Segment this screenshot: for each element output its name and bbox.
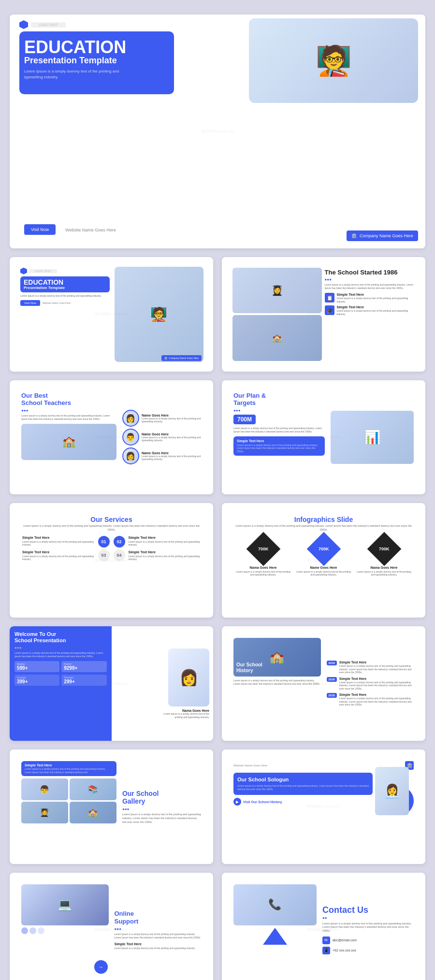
s8-stat-courses: Courses 399+ [14, 675, 59, 686]
s13-phone-row: 📱 +62 xxx.xxx.xxx [322, 947, 414, 954]
s9-item1: Simple Text Here Lorem ipsum is a simply… [339, 661, 414, 674]
s8-stats2: Courses 399+ Teachers 299+ [14, 675, 107, 686]
company-name: Company Name Goes Here [360, 233, 413, 238]
s12-desc: Lorem ipsum is a simply dummy text of th… [115, 933, 202, 939]
s4-avatar2: 👨 [122, 429, 139, 446]
slide-plan-targets: Our Plan &Targets ●●● 700M Lorem ipsum i… [222, 380, 425, 495]
s8-studies-num: 599+ [17, 665, 57, 671]
s9-photo-icon: 🏫 [270, 650, 284, 664]
s12-dots: ●●● [115, 927, 202, 931]
s8-stat-studies: Studies 599+ [14, 661, 59, 672]
s8-right: 👩 Nama Goes Here Lorem ipsum is a simply… [112, 626, 214, 741]
s9-item1-title: Simple Text Here [339, 661, 414, 664]
s9-item2-text: Lorem ipsum is a simply dummy text of th… [339, 681, 414, 691]
s12-arrow-btn[interactable]: → [94, 960, 108, 974]
s2-website: Website Name Goes Here [43, 302, 71, 304]
s13-layout: 📞 Contact Us ●● Lorem ipsum is a simply … [230, 880, 418, 980]
s13-photo: 📞 [233, 884, 317, 925]
s13-phone-icon: 📱 [322, 947, 330, 954]
s3-content: The School Started 1986 ●●● Lorem ipsum … [325, 265, 418, 364]
s12-simple-title: Simple Text Here [115, 942, 202, 946]
s4-teacher1: 👩 Name Goes Here Lorem ipsum is a simply… [122, 410, 202, 427]
slide-infographics: Infographics Slide Lorem ipsum is a simp… [222, 503, 425, 618]
s5-left: Our Plan &Targets ●●● 700M Lorem ipsum i… [230, 388, 329, 487]
s2-company: 🏛️ Company Name Goes Here [161, 355, 202, 361]
slide-slogan: Website Name Goes Here 🏛️ Our School Sol… [222, 749, 425, 864]
s5-blue-box: Simple Text Here Lorem ipsum is a simply… [233, 436, 325, 456]
s13-email-icon: ✉ [322, 937, 330, 944]
s4-t2-name: Name Goes Here [142, 432, 202, 436]
s6-num1: 01 [98, 536, 110, 548]
s7-title: Infographics Slide [234, 516, 413, 523]
s10-photo2: 📚 [70, 778, 116, 800]
s3-icon1: 📋 [325, 293, 334, 303]
slide-gallery: Simple Text Here Lorem ipsum is a simply… [10, 749, 213, 864]
s7-card1: 700K Nama Goes Here Lorem ipsum is a sim… [234, 537, 292, 576]
s4-teacher3: 👩 Name Goes Here Lorem ipsum is a simply… [122, 447, 202, 464]
s6-item3: Simple Text Here Lorem ipsum is a simply… [22, 550, 95, 561]
s4-t1-name: Name Goes Here [142, 414, 202, 417]
s8-name: Nama Goes Here [182, 709, 209, 712]
s12-simple-text: Lorem ipsum is a simply dummy text of th… [115, 947, 202, 950]
s13-left: 📞 [230, 880, 320, 980]
s6-item3-text: Lorem ipsum is a simply dummy text of th… [22, 555, 95, 561]
s2-visit-btn[interactable]: Visit Now [20, 300, 40, 306]
s9-timeline1: 2019 Simple Text Here Lorem ipsum is a s… [327, 661, 414, 674]
s10-desc: Lorem ipsum is a simply dummy text of th… [122, 813, 202, 824]
s4-avatar3: 👩 [122, 447, 139, 464]
s10-title: Our SchoolGallery [122, 790, 202, 806]
visit-button[interactable]: Visit Now [24, 224, 56, 235]
s6-item1-title: Simple Text Here [22, 536, 95, 539]
s5-desc: Lorem ipsum is a simply dummy text of th… [233, 427, 325, 433]
s3-item1-desc: Lorem ipsum is a simply dummy text of th… [337, 297, 414, 303]
s9-year1: 2019 [327, 661, 337, 665]
s2-subtitle: Presentation Template [24, 286, 106, 290]
s10-simple-desc: Lorem ipsum is a simply dummy text of th… [25, 767, 113, 774]
hero-title-area: EDUCATION Presentation Template Lorem Ip… [24, 39, 126, 80]
s7-diamond1: 700K [246, 532, 280, 566]
s4-dots: ●●● [21, 408, 116, 413]
s13-dots: ●● [322, 916, 414, 920]
s7-content: Infographics Slide Lorem ipsum is a simp… [230, 511, 418, 581]
s8-name-desc: Lorem ipsum is a simply dummy text of th… [161, 712, 209, 719]
s4-t3-name: Name Goes Here [142, 451, 202, 455]
s6-item2-title: Simple Text Here [129, 536, 201, 539]
s7-stat2: 700K [319, 547, 329, 551]
s6-item3-title: Simple Text Here [22, 550, 95, 554]
s9-right: 2019 Simple Text Here Lorem ipsum is a s… [325, 634, 418, 733]
s7-cards: 700K Nama Goes Here Lorem ipsum is a sim… [234, 537, 413, 576]
s2-logo-text: LOGO TEXT [29, 269, 57, 273]
s9-layout: 🏫 Our SchoolHistory Lorem ipsum is a sim… [230, 634, 418, 733]
s9-desc: Lorem ipsum is a simply dummy text of th… [233, 679, 321, 686]
s6-content: Our Services Lorem ipsum is a simply dum… [17, 511, 205, 565]
s4-desc: Lorem ipsum is a simply dummy text of th… [21, 414, 116, 421]
slide-edu-small: LOGO TEXT EDUCATION Presentation Templat… [10, 257, 213, 372]
hero-desc: Lorem Ipsum is a simply dummy text of th… [24, 69, 121, 80]
s5-photo: 📊 [331, 411, 414, 464]
s6-item4-title: Simple Text Here [129, 550, 201, 554]
s6-item4: Simple Text Here Lorem ipsum is a simply… [129, 550, 201, 561]
s5-dots: ●●● [233, 408, 325, 413]
s6-item1: Simple Text Here Lorem ipsum is a simply… [22, 536, 95, 547]
s2-hex-icon [20, 268, 27, 274]
s9-item3-text: Lorem ipsum is a simply dummy text of th… [339, 697, 414, 706]
s12-layout: 💻 → OnlineSupport ●●● Lorem ipsum is a s… [17, 880, 205, 980]
s6-center: 01 02 03 04 [97, 536, 126, 561]
s6-grid: Simple Text Here Lorem ipsum is a simply… [22, 536, 201, 561]
s9-timeline2: 2030 Simple Text Here Lorem ipsum is a s… [327, 677, 414, 691]
s4-t3-role: Lorem ipsum is a simply dummy text of th… [142, 455, 202, 461]
logo-area: LOGO TEXT [19, 20, 66, 29]
slide-school-started: 👩‍🎓 🏫 The School Started 1986 ●●● Lorem … [222, 257, 425, 372]
s8-stat-teachers: Teachers 299+ [61, 675, 106, 686]
s11-content: Website Name Goes Here 🏛️ Our School Sol… [230, 757, 418, 856]
s8-desc: Lorem ipsum is a simply dummy text of th… [14, 651, 107, 658]
s8-teachers-num: 299+ [64, 679, 104, 684]
s11-person-img: 👩‍💼 [375, 767, 409, 815]
slide-services: Our Services Lorem ipsum is a simply dum… [10, 503, 213, 618]
s10-simple-title: Simple Text Here [25, 764, 113, 767]
s4-t2-role: Lorem ipsum is a simply dummy text of th… [142, 436, 202, 442]
s5-title: Our Plan &Targets [233, 392, 325, 407]
slide-contact: 📞 Contact Us ●● Lorem ipsum is a simply … [222, 873, 425, 980]
s4-left: Our BestSchool Teachers ●●● Lorem ipsum … [17, 388, 120, 487]
s3-item2-title: Simple Text Here [337, 305, 414, 309]
